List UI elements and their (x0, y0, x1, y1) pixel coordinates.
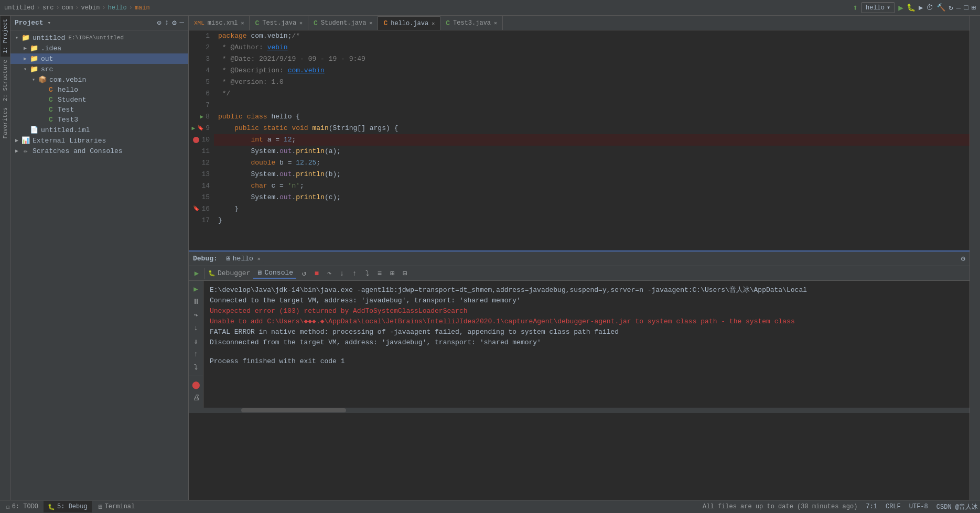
rerun-btn[interactable]: ↺ (298, 268, 310, 279)
tree-item-scratches[interactable]: ▶ ✏ Scratches and Consoles (10, 146, 188, 156)
tree-item-external-libs[interactable]: ▶ 📊 External Libraries (10, 135, 188, 146)
line-num-6: 6 (189, 88, 210, 100)
tab-terminal[interactable]: 🖥 Terminal (93, 501, 139, 512)
code-content[interactable]: package com.vebin;/* * @Author: vebin * … (214, 30, 970, 250)
tab-label-test-java: Test.java (262, 19, 296, 27)
pause-debug-btn[interactable]: ⏸ (190, 296, 202, 308)
tree-arrow-out: ▶ (21, 56, 29, 62)
tree-item-untitled[interactable]: ▾ 📁 untitled E:\IDEA\untitled (10, 32, 188, 43)
run-with-coverage-icon[interactable]: ▶ (919, 3, 923, 12)
step-over-left-btn[interactable]: ↷ (190, 309, 202, 321)
tab-test-java[interactable]: C Test.java ✕ (250, 16, 308, 30)
settings-debug-icon[interactable]: ⚙ (961, 254, 965, 263)
tree-label-test3: Test3 (58, 116, 78, 124)
tree-label-untitled: untitled (33, 34, 65, 42)
java-file-student-icon: C (46, 96, 56, 104)
breadcrumb-main[interactable]: main (135, 4, 150, 12)
run-btn-8[interactable]: ▶ (200, 111, 204, 123)
threads-btn[interactable]: ⊟ (399, 268, 411, 279)
build-icon[interactable]: 🔨 (936, 3, 945, 12)
tab-hello-java[interactable]: C hello.java ✕ (378, 16, 440, 30)
force-step-btn[interactable]: ⇓ (190, 335, 202, 347)
todo-label: 6: TODO (12, 503, 38, 510)
tab-student-java[interactable]: C Student.java ✕ (308, 16, 378, 30)
tab-debug-bottom[interactable]: 🐛 5: Debug (44, 501, 92, 512)
sidebar-item-structure[interactable]: 2: Structure (1, 57, 10, 104)
tab-close-hello-java[interactable]: ✕ (432, 20, 435, 27)
play-debug-btn[interactable]: ▶ (190, 283, 202, 294)
dropdown-icon: ▾ (887, 4, 890, 12)
tab-misc-xml[interactable]: XML misc.xml ✕ (189, 16, 250, 30)
tab-close-misc-xml[interactable]: ✕ (241, 20, 244, 26)
tree-item-idea[interactable]: ▶ 📁 .idea (10, 43, 188, 53)
update-icon[interactable]: ↻ (949, 3, 953, 12)
collapse-all-icon[interactable]: ↕ (165, 18, 169, 27)
tree-item-test3[interactable]: ▶ C Test3 (10, 115, 188, 125)
run-btn-9[interactable]: ▶ (192, 123, 196, 134)
tab-close-student-java[interactable]: ✕ (369, 20, 372, 26)
tab-console[interactable]: 🖥 Console (253, 268, 296, 279)
tree-arrow-scratches: ▶ (13, 148, 21, 154)
step-out-left-btn[interactable]: ↑ (190, 348, 202, 360)
tree-item-test[interactable]: ▶ C Test (10, 105, 188, 115)
breadcrumb-src[interactable]: src (42, 4, 54, 12)
breadcrumb-untitled[interactable]: untitled (4, 4, 35, 12)
profile-icon[interactable]: ⏱ (926, 4, 933, 12)
navigate-back-icon[interactable]: ⬆ (853, 3, 858, 13)
maximize-icon[interactable]: □ (964, 4, 968, 12)
tab-label-hello-java: hello.java (391, 20, 428, 27)
mute-breakpoints-btn[interactable]: ⬤ (190, 379, 202, 390)
locate-icon[interactable]: ⊙ (157, 18, 161, 27)
stop-btn[interactable]: ■ (311, 268, 322, 279)
tree-item-comvebin[interactable]: ▾ 📦 com.vebin (10, 74, 188, 85)
sidebar-item-favorites[interactable]: Favorites (1, 104, 10, 141)
step-out-btn[interactable]: ↑ (349, 268, 360, 279)
debug-tab-close[interactable]: ✕ (257, 256, 261, 262)
status-message: All files are up to date (30 minutes ago… (703, 503, 857, 510)
project-dropdown-icon[interactable]: ▾ (48, 19, 51, 26)
tab-test3-java[interactable]: C Test3.java ✕ (440, 16, 503, 30)
tree-item-src[interactable]: ▾ 📁 src (10, 64, 188, 74)
run-config-selector[interactable]: hello ▾ (861, 2, 895, 13)
scrollbar-thumb[interactable] (241, 408, 346, 412)
breadcrumb-hello[interactable]: hello (108, 4, 127, 12)
frames-btn[interactable]: ⊞ (386, 268, 398, 279)
project-panel-header: Project ▾ ⊙ ↕ ⚙ — (10, 16, 188, 30)
step-into-left-btn[interactable]: ↓ (190, 322, 202, 334)
run-icon[interactable]: ▶ (898, 3, 903, 13)
tree-item-iml[interactable]: ▶ 📄 untitled.iml (10, 125, 188, 135)
tree-label-hello: hello (58, 86, 78, 94)
idea-folder-icon: 📁 (29, 44, 39, 52)
print-btn[interactable]: 🖨 (190, 392, 202, 403)
breakpoint-10[interactable] (193, 137, 199, 143)
run-to-cursor-btn[interactable]: ⤵ (361, 268, 373, 279)
console-output[interactable]: E:\develop\Java\jdk-14\bin\java.exe -age… (203, 281, 970, 408)
sidebar-toggle-icon[interactable]: ⊞ (972, 3, 976, 12)
breadcrumb-com[interactable]: com (62, 4, 73, 12)
tab-icon-misc-xml: XML (194, 20, 204, 26)
tree-item-student[interactable]: ▶ C Student (10, 95, 188, 105)
debug-subtab-bar: ▶ 🐛 Debugger 🖥 Console ↺ ■ ↷ ↓ ↑ ⤵ (189, 266, 970, 281)
tree-item-out[interactable]: ▶ 📁 out (10, 53, 188, 64)
tab-todo[interactable]: ☑ 6: TODO (2, 501, 42, 512)
sidebar-item-project[interactable]: 1: Project (1, 16, 10, 57)
horizontal-scrollbar[interactable] (189, 408, 970, 413)
step-into-btn[interactable]: ↓ (336, 268, 348, 279)
minimize-panel-icon[interactable]: — (180, 18, 184, 27)
step-over-btn[interactable]: ↷ (324, 268, 335, 279)
tab-debugger[interactable]: 🐛 Debugger (205, 268, 253, 278)
debug-session-tab[interactable]: 🖥 hello ✕ (222, 254, 264, 264)
resume-btn[interactable]: ▶ (191, 268, 202, 279)
right-side-tabs (970, 16, 980, 500)
run-to-cursor-left-btn[interactable]: ⤵ (190, 362, 202, 373)
breadcrumb-vebin[interactable]: vebin (81, 4, 100, 12)
minimize-icon[interactable]: — (956, 4, 961, 12)
settings-icon[interactable]: ⚙ (172, 18, 176, 27)
tab-bar: XML misc.xml ✕ C Test.java ✕ C Student.j… (189, 16, 970, 30)
tab-close-test3-java[interactable]: ✕ (494, 20, 497, 26)
evaluate-btn[interactable]: ≡ (374, 268, 385, 279)
tree-item-hello[interactable]: ▶ C hello (10, 85, 188, 95)
debug-icon[interactable]: 🐛 (907, 3, 916, 12)
debug-tab-name: hello (233, 255, 253, 263)
tab-close-test-java[interactable]: ✕ (299, 20, 303, 26)
